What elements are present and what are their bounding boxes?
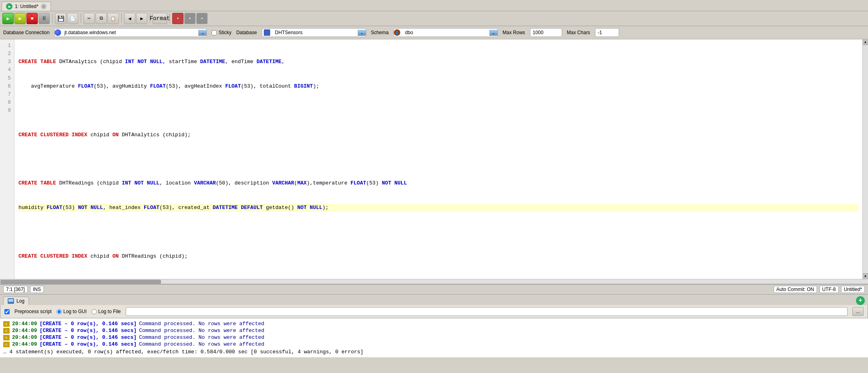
- add-panel-button[interactable]: +: [856, 296, 865, 305]
- toolbar-separator-2: [81, 14, 81, 23]
- schema-label: Schema: [371, 30, 389, 35]
- editor-mode: INS: [30, 286, 44, 293]
- back-button[interactable]: ◀: [124, 13, 135, 24]
- icon3: ▪: [201, 16, 204, 21]
- database-icon: [264, 29, 270, 36]
- log-summary: … 4 statement(s) executed, 0 row(s) affe…: [3, 349, 865, 355]
- schema-dropdown-arrow[interactable]: ⌄: [489, 30, 497, 36]
- preprocess-checkbox[interactable]: [4, 309, 10, 314]
- connection-value: jt.database.windows.net: [61, 29, 198, 37]
- cursor-position: 7:1 [367]: [3, 286, 28, 293]
- scroll-up-arrow[interactable]: ▲: [863, 39, 868, 45]
- sticky-label: Sticky: [218, 30, 231, 35]
- log-msg-1: Command processed. No rows were affected: [139, 321, 264, 327]
- toolbar-separator-1: [52, 14, 53, 23]
- copy-button[interactable]: ⧉: [96, 13, 107, 24]
- tab-title: 1: Untitled*: [15, 4, 39, 9]
- format-button[interactable]: Format: [153, 13, 167, 24]
- tab-close-button[interactable]: ×: [41, 4, 47, 9]
- max-rows-value: 1000: [533, 30, 544, 35]
- log-time-2: 20:44:09: [12, 328, 37, 334]
- toolbar-separator-5: [169, 14, 170, 23]
- log-file-path-input[interactable]: [126, 307, 848, 316]
- icon1-button[interactable]: ▪: [172, 13, 183, 24]
- log-time-1: 20:44:09: [12, 321, 37, 327]
- max-chars-field[interactable]: -1: [595, 28, 619, 37]
- log-entry-2: ≡ 20:44:09 [CREATE – 0 row(s), 0.146 sec…: [3, 328, 865, 334]
- filename-status: Untitled*: [841, 286, 865, 293]
- forward-button[interactable]: ▶: [136, 13, 147, 24]
- schema-value: dbo: [402, 29, 489, 37]
- database-dropdown-arrow[interactable]: ⌄: [358, 30, 366, 36]
- log-msg-2: Command processed. No rows were affected: [139, 328, 264, 334]
- log-gui-label: Log to GUI: [63, 309, 87, 314]
- icon1: ▪: [177, 16, 179, 21]
- log-tab-label: Log: [16, 298, 24, 304]
- log-time-4: 20:44:09: [12, 341, 37, 347]
- database-selector[interactable]: DHTSensors ⌄: [262, 28, 366, 37]
- browse-button[interactable]: ...: [852, 307, 864, 316]
- log-tab[interactable]: Log: [3, 297, 29, 305]
- log-file-icon-4: ≡: [3, 342, 10, 347]
- pause-button[interactable]: ⏸: [39, 13, 50, 24]
- toolbar: ▶ ▶ ■ ↓ ⏸ 💾 📄 ✂ ⧉ 📋 ◀ ▶ Format ▪ ▪ ▪: [0, 11, 868, 26]
- stop-button[interactable]: ■ ↓: [26, 13, 38, 24]
- scroll-down-arrow[interactable]: ▼: [863, 273, 868, 279]
- log-file-icon-1: ≡: [3, 321, 10, 327]
- cut-button[interactable]: ✂: [84, 13, 95, 24]
- run-partial-button[interactable]: ▶: [14, 13, 26, 24]
- log-time-3: 20:44:09: [12, 334, 37, 340]
- log-file-icon-2: ≡: [3, 328, 10, 334]
- run-button[interactable]: ▶: [2, 13, 14, 24]
- log-cmd-4: [CREATE – 0 row(s), 0.146 secs]: [39, 341, 137, 347]
- save-button[interactable]: 💾: [55, 13, 66, 24]
- log-tab-icon: [8, 298, 14, 304]
- status-bar: 7:1 [367] INS Auto Commit: ON UTF-8 Unti…: [0, 284, 868, 295]
- db-connection-label: Database Connection: [3, 30, 49, 35]
- log-file-label: Log to File: [98, 309, 121, 314]
- max-rows-field[interactable]: 1000: [530, 28, 562, 37]
- database-label: Database: [236, 30, 257, 35]
- tab-run-icon: [6, 3, 12, 10]
- sticky-checkbox[interactable]: [212, 30, 217, 35]
- log-gui-option: Log to GUI: [57, 309, 87, 314]
- max-chars-value: -1: [598, 30, 602, 35]
- log-gui-radio[interactable]: [57, 309, 62, 314]
- paste-button[interactable]: 📋: [108, 13, 119, 24]
- log-cmd-2: [CREATE – 0 row(s), 0.146 secs]: [39, 328, 137, 334]
- tab-bar: 1: Untitled* ×: [0, 0, 868, 11]
- log-controls: Preprocess script Log to GUI Log to File…: [0, 305, 868, 318]
- connection-bar: Database Connection jt.database.windows.…: [0, 26, 868, 39]
- format-button-group: Format: [153, 13, 167, 24]
- log-msg-3: Command processed. No rows were affected: [139, 334, 264, 340]
- editor-tab[interactable]: 1: Untitled* ×: [2, 2, 51, 11]
- log-cmd-1: [CREATE – 0 row(s), 0.146 secs]: [39, 321, 137, 327]
- connection-dropdown-arrow[interactable]: ⌄: [198, 30, 206, 36]
- log-file-radio[interactable]: [92, 309, 97, 314]
- toolbar-separator-3: [121, 14, 122, 23]
- max-rows-label: Max Rows: [503, 30, 525, 35]
- log-msg-4: Command processed. No rows were affected: [139, 341, 264, 347]
- log-cmd-3: [CREATE – 0 row(s), 0.146 secs]: [39, 334, 137, 340]
- log-panel: Log + Preprocess script Log to GUI Log t…: [0, 295, 868, 357]
- icon2-button[interactable]: ▪: [184, 13, 196, 24]
- log-output: ≡ 20:44:09 [CREATE – 0 row(s), 0.146 sec…: [0, 318, 868, 357]
- max-chars-label: Max Chars: [567, 30, 590, 35]
- code-editor: 1 2 3 4 5 6 7 8 9 CREATE TABLE DHTAnalyt…: [0, 39, 868, 284]
- vertical-scrollbar[interactable]: ▲ ▼: [862, 39, 868, 279]
- encoding-status: UTF-8: [819, 286, 839, 293]
- auto-commit-status: Auto Commit: ON: [774, 286, 817, 293]
- preprocess-label: Preprocess script: [14, 309, 52, 314]
- globe-icon: [55, 29, 61, 36]
- schema-selector[interactable]: 👤 dbo ⌄: [393, 28, 498, 37]
- schema-icon: 👤: [394, 29, 400, 36]
- log-entry-4: ≡ 20:44:09 [CREATE – 0 row(s), 0.146 sec…: [3, 341, 865, 347]
- horizontal-scrollbar[interactable]: [0, 279, 868, 284]
- log-file-icon-3: ≡: [3, 335, 10, 340]
- log-file-option: Log to File: [92, 309, 121, 314]
- connection-selector[interactable]: jt.database.windows.net ⌄: [54, 28, 207, 37]
- save-as-button[interactable]: 📄: [67, 13, 78, 24]
- sticky-option: Sticky: [212, 30, 231, 35]
- code-content[interactable]: CREATE TABLE DHTAnalytics (chipid INT NO…: [14, 39, 862, 279]
- icon3-button[interactable]: ▪: [196, 13, 208, 24]
